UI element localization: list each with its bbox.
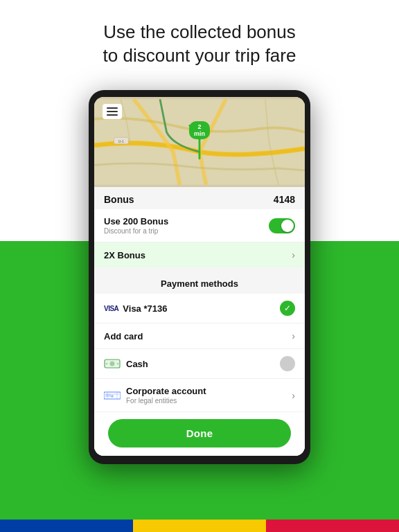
corporate-title: Corporate account [126,386,206,396]
chevron-right-icon: › [292,249,295,260]
corporate-left: Corporate account For legal entities [104,386,206,405]
double-bonus-row[interactable]: 2X Bonus › [94,242,305,267]
svg-point-6 [117,363,119,365]
payment-title: Payment methods [161,278,238,289]
svg-text:U-1: U-1 [118,140,124,143]
add-card-label: Add card [104,331,143,342]
hamburger-menu[interactable] [103,104,122,119]
card-area: Bonus 4148 Use 200 Bonus Discount for a … [94,187,305,456]
ham-line-3 [107,114,118,116]
bonus-value: 4148 [274,194,295,205]
bonus-label: Bonus [104,194,134,205]
visa-row[interactable]: VISA Visa *7136 ✓ [94,294,305,323]
add-card-chevron-icon: › [292,330,295,342]
visa-logo: VISA [104,305,118,312]
stripe-red [266,520,399,532]
cash-radio[interactable] [280,356,295,371]
done-button[interactable]: Done [108,419,291,447]
stripe-blue [0,520,133,532]
svg-point-8 [111,395,114,398]
double-bonus-label: 2X Bonus [104,250,145,260]
use-bonus-title: Use 200 Bonus [104,216,168,227]
page-title: Use the collected bonus to discount your… [28,21,371,68]
ham-line-1 [107,107,118,109]
use-bonus-subtitle: Discount for a trip [104,227,168,235]
corporate-chevron-icon: › [292,390,295,401]
map-area: U-1 2 min [94,97,305,187]
stripe-yellow [133,520,266,532]
cash-icon [104,358,121,369]
payment-section-header: Payment methods [94,272,305,294]
use-bonus-row[interactable]: Use 200 Bonus Discount for a trip [94,209,305,242]
visa-left: VISA Visa *7136 [104,303,167,314]
visa-label: Visa *7136 [123,303,167,314]
cash-row[interactable]: Cash [94,349,305,379]
bonus-section-header: Bonus 4148 [94,187,305,209]
cash-label: Cash [126,359,148,369]
selected-checkmark: ✓ [280,301,295,316]
use-bonus-text: Use 200 Bonus Discount for a trip [104,216,168,235]
add-card-row[interactable]: Add card › [94,323,305,349]
tablet-screen: U-1 2 min Bonus 4148 [94,97,305,456]
cash-left: Cash [104,358,148,369]
svg-point-5 [106,363,108,365]
toggle-knob [281,220,294,232]
top-section: Use the collected bonus to discount your… [0,0,399,82]
corporate-icon [104,390,121,401]
done-button-wrapper: Done [94,412,305,456]
corporate-row[interactable]: Corporate account For legal entities › [94,379,305,412]
tablet-frame: U-1 2 min Bonus 4148 [89,90,310,464]
driver-pin: 2 min [189,121,210,139]
ham-line-2 [107,111,118,112]
tablet-device: U-1 2 min Bonus 4148 [89,90,310,464]
bottom-stripe [0,520,399,532]
bonus-toggle[interactable] [269,218,295,233]
svg-point-4 [110,362,115,366]
corporate-subtitle: For legal entities [126,397,206,405]
